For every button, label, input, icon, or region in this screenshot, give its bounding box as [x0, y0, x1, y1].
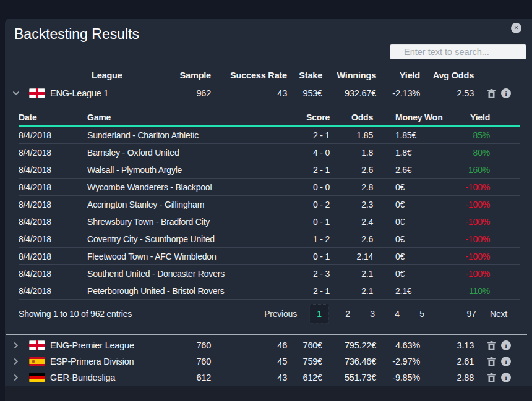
- yield-value: -9.85%: [376, 373, 420, 382]
- match-game: Southend United - Doncaster Rovers: [87, 269, 275, 279]
- column-header-success-rate[interactable]: Success Rate: [211, 70, 287, 80]
- info-button[interactable]: i: [501, 88, 511, 98]
- chevron-right-icon[interactable]: [5, 373, 27, 382]
- match-game: Walsall - Plymouth Argyle: [87, 165, 275, 175]
- row-actions: i: [474, 357, 532, 366]
- modal-header: Backtesting Results ✕: [5, 19, 532, 44]
- league-name-cell: GER-Bundesliga: [27, 373, 137, 382]
- league-row-ger-bundesliga[interactable]: GER-Bundesliga 612 43 612€ 551.73€ -9.85…: [5, 369, 532, 386]
- trash-icon: [487, 357, 496, 366]
- page-button-4[interactable]: 4: [391, 309, 403, 319]
- previous-button[interactable]: Previous: [264, 309, 297, 319]
- column-header-stake[interactable]: Stake: [287, 70, 322, 80]
- league-row-eng-league-1[interactable]: ENG-League 1 962 43 953€ 932.67€ -2.13% …: [5, 84, 532, 103]
- row-actions: i: [474, 340, 532, 350]
- stake-value: 612€: [287, 373, 322, 382]
- info-icon: i: [501, 373, 511, 382]
- next-button[interactable]: Next: [490, 309, 507, 319]
- success-rate-value: 43: [211, 88, 287, 98]
- table-row: 8/4/2018 Barnsley - Oxford United 4 - 0 …: [19, 144, 520, 161]
- column-header-avg-odds[interactable]: Avg Odds: [420, 70, 474, 80]
- league-row-esp-primera-division[interactable]: ESP-Primera Division 760 45 759€ 736.46€…: [5, 353, 532, 369]
- page-button-1[interactable]: 1: [309, 304, 329, 324]
- match-yield: 110%: [460, 286, 490, 296]
- table-row: 8/4/2018 Sunderland - Charlton Athletic …: [19, 127, 520, 144]
- column-header-odds[interactable]: Odds: [330, 112, 373, 122]
- sample-value: 962: [137, 88, 211, 98]
- column-header-score[interactable]: Score: [275, 112, 330, 122]
- column-header-league[interactable]: League: [27, 70, 137, 80]
- table-row: 8/4/2018 Peterborough United - Bristol R…: [19, 282, 520, 300]
- match-score: 0 - 1: [275, 251, 330, 261]
- match-score: 2 - 3: [275, 269, 330, 279]
- match-odds: 2.6: [330, 165, 373, 175]
- league-row-eng-premier-league[interactable]: ENG-Premier League 760 46 760€ 795.22€ 4…: [5, 337, 532, 353]
- match-yield: 160%: [460, 165, 490, 175]
- info-icon: i: [501, 340, 511, 350]
- chevron-right-icon[interactable]: [5, 357, 27, 366]
- page-button-5[interactable]: 5: [416, 309, 428, 319]
- column-header-sample[interactable]: Sample: [137, 70, 211, 80]
- match-yield: -100%: [460, 234, 490, 244]
- match-odds: 2.6: [330, 234, 373, 244]
- table-row: 8/4/2018 Wycombe Wanderers - Blackpool 0…: [19, 179, 520, 196]
- winnings-value: 736.46€: [322, 357, 376, 366]
- match-odds: 2.8: [330, 182, 373, 192]
- match-date: 8/4/2018: [19, 286, 87, 296]
- success-rate-value: 43: [211, 373, 287, 382]
- delete-button[interactable]: [487, 89, 496, 98]
- panel-footer: [5, 386, 532, 401]
- success-rate-value: 46: [211, 340, 287, 350]
- yield-value: 4.63%: [376, 340, 420, 350]
- delete-button[interactable]: [487, 373, 496, 382]
- delete-button[interactable]: [487, 341, 496, 350]
- winnings-value: 795.22€: [322, 340, 376, 350]
- match-score: 0 - 2: [275, 200, 330, 209]
- table-row: 8/4/2018 Coventry City - Scunthorpe Unit…: [19, 230, 520, 248]
- match-odds: 2.1: [330, 269, 373, 279]
- sample-value: 760: [137, 340, 211, 350]
- column-header-money-won[interactable]: Money Won: [373, 112, 460, 122]
- info-button[interactable]: i: [501, 340, 511, 350]
- page-title: Backtesting Results: [14, 26, 139, 42]
- trash-icon: [487, 89, 496, 98]
- match-date: 8/4/2018: [19, 165, 87, 175]
- match-game: Peterborough United - Bristol Rovers: [87, 286, 275, 296]
- column-header-winnings[interactable]: Winnings: [322, 70, 376, 80]
- match-money-won: 2.6€: [373, 165, 460, 175]
- stake-value: 953€: [287, 88, 322, 98]
- column-header-date[interactable]: Date: [19, 112, 87, 122]
- search-input[interactable]: [390, 44, 526, 59]
- match-money-won: 0€: [373, 234, 460, 244]
- info-button[interactable]: i: [501, 357, 511, 366]
- spain-flag-icon: [29, 357, 45, 366]
- close-icon[interactable]: ✕: [511, 23, 521, 33]
- match-yield: 85%: [460, 130, 490, 140]
- chevron-right-icon[interactable]: [5, 341, 27, 350]
- match-money-won: 1.8€: [373, 148, 460, 158]
- avg-odds-value: 2.53: [420, 88, 474, 98]
- page-button-3[interactable]: 3: [366, 309, 379, 319]
- match-odds: 1.8: [330, 148, 373, 158]
- column-header-yield[interactable]: Yield: [376, 70, 420, 80]
- trash-icon: [487, 341, 496, 350]
- info-button[interactable]: i: [501, 373, 511, 382]
- england-flag-icon: [29, 340, 45, 350]
- success-rate-value: 45: [211, 357, 287, 366]
- page-button-2[interactable]: 2: [341, 309, 354, 319]
- match-money-won: 0€: [373, 182, 460, 192]
- match-date: 8/4/2018: [19, 200, 87, 209]
- winnings-value: 551.73€: [322, 373, 376, 382]
- page-button-last[interactable]: 97: [465, 309, 478, 319]
- delete-button[interactable]: [487, 357, 496, 366]
- match-money-won: 2.1€: [373, 286, 460, 296]
- info-icon: i: [501, 357, 511, 366]
- column-header-game[interactable]: Game: [87, 112, 275, 122]
- chevron-down-icon[interactable]: [5, 89, 27, 98]
- backtesting-results-modal: Backtesting Results ✕ League Sample Succ…: [5, 19, 532, 401]
- column-header-match-yield[interactable]: Yield: [460, 112, 490, 122]
- table-row: 8/4/2018 Southend United - Doncaster Rov…: [19, 265, 520, 282]
- info-icon: i: [501, 88, 511, 98]
- match-money-won: 1.85€: [373, 130, 460, 140]
- league-name-cell: ENG-Premier League: [27, 340, 137, 350]
